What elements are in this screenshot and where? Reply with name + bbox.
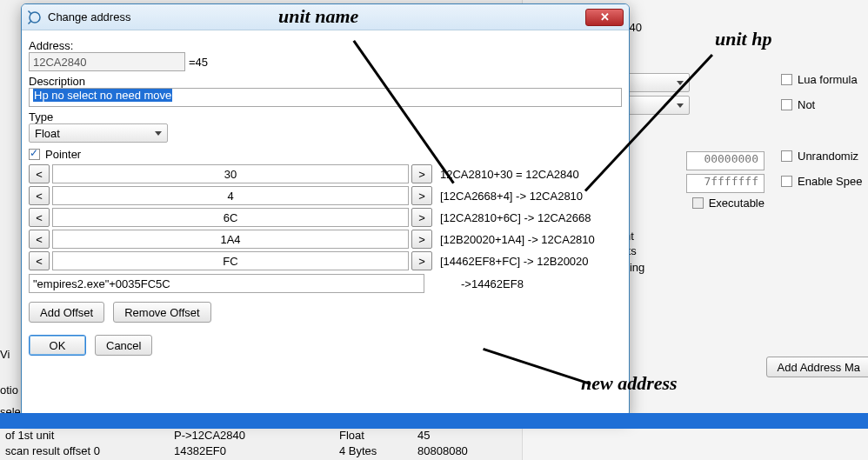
- table-row[interactable]: scan result offset 0 14382EF0 4 Bytes 80…: [0, 444, 868, 460]
- cell-description: scan result offset 0: [0, 444, 174, 460]
- add-address-manually-button[interactable]: Add Address Ma: [766, 357, 868, 377]
- unrandomize-checkbox[interactable]: [781, 150, 792, 162]
- pointer-label: Pointer: [45, 148, 81, 161]
- annotation-unit-hp: unit hp: [715, 28, 771, 50]
- offset-decrement-button[interactable]: <: [29, 208, 50, 227]
- add-offset-button[interactable]: Add Offset: [29, 302, 104, 323]
- right-options-column: Lua formula Not Unrandomiz Enable Spee: [781, 70, 862, 191]
- cell-value: 80808080: [417, 444, 522, 460]
- address-input[interactable]: [29, 52, 185, 71]
- offset-increment-button[interactable]: >: [411, 186, 432, 205]
- remove-offset-button[interactable]: Remove Offset: [113, 302, 210, 323]
- base-address-row: ->14462EF8: [29, 274, 622, 293]
- offset-decrement-button[interactable]: <: [29, 186, 50, 205]
- offset-row: < > [12B20020+1A4] -> 12CA2810: [29, 230, 622, 249]
- cancel-button[interactable]: Cancel: [95, 335, 152, 356]
- offset-calc: [12CA2810+6C] -> 12CA2668: [440, 211, 591, 224]
- offset-row: < > [14462EF8+FC] -> 12B20020: [29, 251, 622, 270]
- cell-address: 14382EF0: [174, 444, 339, 460]
- type-label: Type: [29, 110, 622, 123]
- offset-row: < > [12CA2668+4] -> 12CA2810: [29, 186, 622, 205]
- app-icon: [27, 10, 43, 25]
- description-input[interactable]: Hp no select no need move: [29, 88, 622, 107]
- offset-input[interactable]: [52, 186, 409, 205]
- offset-decrement-button[interactable]: <: [29, 230, 50, 249]
- offset-increment-button[interactable]: >: [411, 208, 432, 227]
- cell-value: 45: [417, 429, 522, 444]
- offset-row: < > [12CA2810+6C] -> 12CA2668: [29, 208, 622, 227]
- change-address-dialog: Change address ✕ Address: =45 Descriptio…: [21, 3, 630, 417]
- cell-type: Float: [339, 429, 417, 444]
- chevron-down-icon: [677, 103, 684, 108]
- offset-input[interactable]: [52, 230, 409, 249]
- offset-input[interactable]: [52, 164, 409, 183]
- lua-formula-label: Lua formula: [798, 73, 858, 86]
- executable-checkbox[interactable]: [692, 197, 704, 209]
- offset-calc: [12CA2668+4] -> 12CA2810: [440, 190, 583, 203]
- unrandomize-label: Unrandomiz: [798, 150, 858, 163]
- pointer-checkbox[interactable]: [29, 149, 40, 160]
- offset-increment-button[interactable]: >: [411, 164, 432, 183]
- type-combo[interactable]: Float: [29, 123, 168, 143]
- cell-description: of 1st unit: [0, 429, 174, 444]
- table-row[interactable]: of 1st unit P->12CA2840 Float 45: [0, 429, 868, 444]
- address-list-table[interactable]: of 1st unit P->12CA2840 Float 45 scan re…: [0, 413, 868, 460]
- lua-formula-checkbox[interactable]: [781, 74, 792, 85]
- base-resolved: ->14462EF8: [461, 277, 524, 290]
- offset-increment-button[interactable]: >: [411, 251, 432, 270]
- cutoff-fragment: Vi: [0, 348, 16, 361]
- offset-decrement-button[interactable]: <: [29, 164, 50, 183]
- offset-increment-button[interactable]: >: [411, 230, 432, 249]
- range-start-input[interactable]: 00000000: [686, 151, 765, 170]
- enable-speed-checkbox[interactable]: [781, 176, 792, 187]
- chevron-down-icon: [155, 131, 162, 136]
- selected-row-highlight: [0, 413, 868, 429]
- close-button[interactable]: ✕: [585, 9, 624, 26]
- offset-input[interactable]: [52, 208, 409, 227]
- base-address-input[interactable]: [29, 274, 424, 293]
- offset-calc: 12CA2810+30 = 12CA2840: [440, 168, 579, 181]
- offset-calc: [14462EF8+FC] -> 12B20020: [440, 255, 589, 268]
- cell-address: P->12CA2840: [174, 429, 339, 444]
- cutoff-text: Vi otio sele: [0, 348, 16, 418]
- ok-button[interactable]: OK: [29, 335, 86, 356]
- dialog-title: Change address: [48, 10, 130, 23]
- close-icon: ✕: [600, 10, 610, 23]
- offset-decrement-button[interactable]: <: [29, 251, 50, 270]
- not-checkbox[interactable]: [781, 99, 792, 110]
- description-value: Hp no select no need move: [33, 89, 172, 102]
- dialog-body: Address: =45 Description Hp no select no…: [22, 30, 629, 361]
- enable-speed-label: Enable Spee: [798, 175, 862, 188]
- offset-row: < > 12CA2810+30 = 12CA2840: [29, 164, 622, 183]
- pointer-offset-list: < > 12CA2810+30 = 12CA2840 < > [12CA2668…: [29, 164, 622, 270]
- executable-label: Executable: [709, 197, 765, 210]
- not-label: Not: [798, 98, 815, 111]
- cutoff-fragment: otio: [0, 383, 16, 397]
- range-end-input[interactable]: 7fffffff: [686, 174, 765, 193]
- annotation-new-address: new address: [581, 372, 678, 395]
- offset-input[interactable]: [52, 251, 409, 270]
- type-value: Float: [35, 127, 60, 140]
- offset-calc: [12B20020+1A4] -> 12CA2810: [440, 233, 595, 246]
- cell-type: 4 Bytes: [339, 444, 417, 460]
- address-equals-value: =45: [189, 56, 208, 69]
- description-label: Description: [29, 75, 622, 88]
- address-label: Address:: [29, 39, 622, 52]
- annotation-unit-name: unit name: [278, 5, 358, 28]
